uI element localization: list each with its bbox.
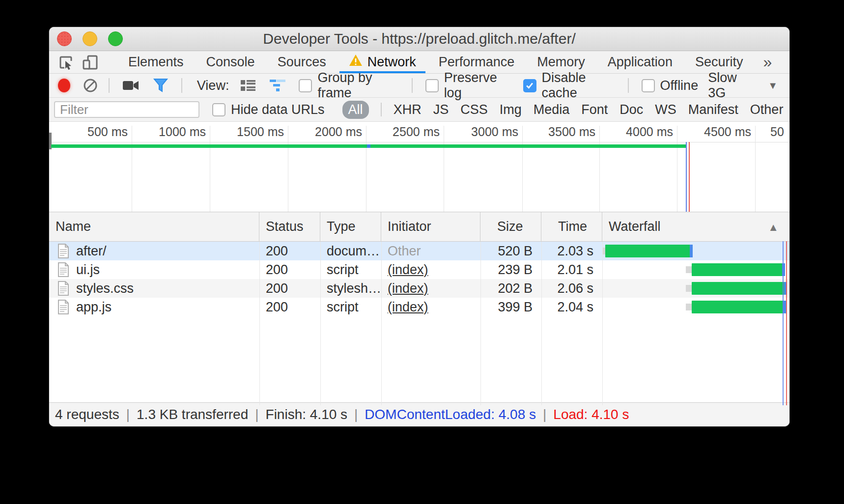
filter-pill-css[interactable]: CSS: [460, 102, 488, 117]
cell-size: 399 B: [480, 298, 541, 316]
throttling-dropdown-arrow[interactable]: ▼: [768, 80, 778, 91]
column-header-size[interactable]: Size: [480, 212, 541, 241]
record-button[interactable]: [58, 79, 70, 92]
document-icon: [57, 244, 69, 258]
maximize-button[interactable]: [108, 31, 123, 46]
tab-performance[interactable]: Performance: [427, 51, 526, 73]
preserve-log-label: Preserve log: [444, 70, 509, 101]
filter-funnel-icon[interactable]: [153, 78, 169, 93]
filter-pill-all[interactable]: All: [342, 101, 369, 119]
cell-type: script: [320, 260, 381, 279]
initiator-link[interactable]: (index): [388, 281, 428, 296]
column-header-status[interactable]: Status: [259, 212, 320, 241]
offline-checkbox[interactable]: [642, 79, 655, 92]
group-by-frame-checkbox[interactable]: [299, 79, 312, 92]
request-row-ui.js[interactable]: ui.js200script(index)239 B2.01 s: [49, 260, 789, 279]
request-row-styles.css[interactable]: styles.css200stylesh…(index)202 B2.06 s: [49, 279, 789, 298]
load-time: Load: 4.10 s: [553, 407, 629, 422]
cell-initiator: (index): [381, 298, 480, 316]
ruler-gridline: [599, 126, 600, 212]
filter-input[interactable]: [54, 101, 199, 118]
filter-pill-ws[interactable]: WS: [655, 102, 676, 117]
initiator-link[interactable]: (index): [388, 300, 428, 315]
tab-label: Sources: [278, 55, 326, 70]
filter-pill-doc[interactable]: Doc: [619, 102, 643, 117]
request-row-app.js[interactable]: app.js200script(index)399 B2.04 s: [49, 298, 789, 316]
tab-elements[interactable]: Elements: [117, 51, 195, 73]
preserve-log-toggle[interactable]: Preserve log: [425, 70, 509, 101]
cell-type: docum…: [320, 242, 381, 260]
request-name: styles.css: [76, 281, 134, 296]
ruler-divider: [49, 142, 789, 142]
device-toolbar-icon[interactable]: [82, 54, 99, 71]
filter-pill-font[interactable]: Font: [581, 102, 608, 117]
tab-label: Memory: [537, 55, 585, 70]
disable-cache-toggle[interactable]: Disable cache: [523, 70, 615, 101]
screenshot-camera-icon[interactable]: [122, 79, 139, 92]
filter-pill-js[interactable]: JS: [433, 102, 449, 117]
filter-pill-img[interactable]: Img: [500, 102, 522, 117]
column-header-initiator[interactable]: Initiator: [381, 212, 480, 241]
ruler-tick-label: 4000 ms: [626, 125, 677, 139]
waterfall-load-line: [786, 241, 787, 405]
view-list-icon[interactable]: [240, 79, 256, 92]
ruler-tick-label: 1500 ms: [237, 125, 288, 139]
cell-status: 200: [259, 298, 320, 316]
waterfall-bar[interactable]: [692, 282, 787, 295]
column-header-time[interactable]: Time: [541, 212, 602, 241]
cell-status: 200: [259, 260, 320, 279]
tab-console[interactable]: Console: [195, 51, 266, 73]
filter-pill-manifest[interactable]: Manifest: [688, 102, 738, 117]
tab-label: Network: [367, 55, 416, 70]
waterfall-bar[interactable]: [692, 263, 785, 276]
network-filter-bar: Hide data URLs AllXHRJSCSSImgMediaFontDo…: [49, 98, 789, 122]
menu-kebab-icon[interactable]: ⋮: [786, 54, 789, 71]
disable-cache-checkbox[interactable]: [523, 79, 536, 92]
hide-data-urls-toggle[interactable]: Hide data URLs: [212, 102, 325, 117]
waterfall-bar[interactable]: [605, 245, 693, 257]
column-header-name[interactable]: Name: [49, 212, 259, 241]
sort-arrow-icon[interactable]: ▲: [768, 221, 779, 234]
tab-application[interactable]: Application: [596, 51, 684, 73]
clear-icon[interactable]: [83, 78, 98, 93]
column-header-waterfall[interactable]: Waterfall ▲: [602, 212, 789, 241]
minimize-button[interactable]: [83, 31, 97, 46]
ruler-tick-label: 2000 ms: [315, 125, 366, 139]
tab-memory[interactable]: Memory: [526, 51, 596, 73]
request-name: after/: [76, 244, 107, 259]
cell-waterfall: [602, 298, 789, 316]
offline-toggle[interactable]: Offline: [642, 78, 699, 93]
request-type-filters: AllXHRJSCSSImgMediaFontDocWSManifestOthe…: [342, 101, 784, 119]
group-by-frame-toggle[interactable]: Group by frame: [299, 70, 398, 101]
more-tabs-chevron[interactable]: »: [754, 53, 779, 71]
hide-data-urls-checkbox[interactable]: [212, 103, 225, 116]
view-waterfall-icon[interactable]: [269, 79, 286, 92]
cell-waterfall: [602, 279, 789, 298]
table-rows: after/200docum…Other520 B2.03 sui.js200s…: [49, 242, 789, 316]
cell-name: styles.css: [49, 279, 259, 298]
tab-network[interactable]: Network: [338, 51, 427, 73]
waterfall-bar[interactable]: [692, 301, 786, 313]
initiator-link[interactable]: (index): [388, 262, 428, 278]
overview-blue-tick: [367, 144, 370, 148]
document-icon: [57, 281, 69, 296]
filter-pill-xhr[interactable]: XHR: [394, 102, 422, 117]
cell-status: 200: [259, 242, 320, 260]
filter-pill-other[interactable]: Other: [750, 102, 784, 117]
tab-security[interactable]: Security: [684, 51, 755, 73]
waterfall-bar-tip: [690, 245, 693, 257]
ruler-gridline: [288, 126, 288, 212]
column-header-type[interactable]: Type: [320, 212, 381, 241]
throttling-select[interactable]: Slow 3G: [708, 70, 753, 101]
column-separator: [259, 241, 260, 405]
close-button[interactable]: [57, 31, 72, 46]
inspect-element-icon[interactable]: [57, 54, 75, 71]
network-overview[interactable]: 500 ms1000 ms1500 ms2000 ms2500 ms3000 m…: [49, 122, 789, 212]
request-row-after[interactable]: after/200docum…Other520 B2.03 s: [49, 242, 789, 260]
filter-pill-media[interactable]: Media: [534, 102, 570, 117]
ruler-gridline: [210, 126, 210, 212]
ruler-tick-label: 2500 ms: [393, 125, 444, 139]
ruler-tick-label: 500 ms: [87, 125, 132, 139]
preserve-log-checkbox[interactable]: [425, 79, 439, 92]
tab-sources[interactable]: Sources: [266, 51, 338, 73]
